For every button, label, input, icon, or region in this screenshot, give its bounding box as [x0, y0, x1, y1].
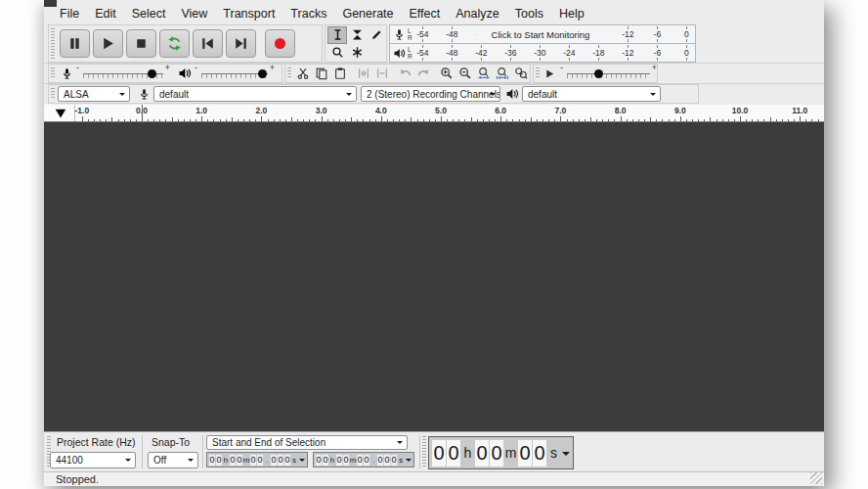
- ibeam-icon: [331, 28, 344, 41]
- channel-labels: LR: [408, 27, 412, 41]
- stop-button[interactable]: [126, 29, 156, 58]
- cut-button[interactable]: [295, 65, 313, 82]
- start-monitoring-label[interactable]: Click to Start Monitoring: [476, 26, 605, 42]
- play-button[interactable]: [93, 29, 123, 58]
- tools-toolbar: [325, 24, 387, 63]
- slider-max-label: +: [270, 63, 275, 72]
- selection-start-field[interactable]: 00h00m00.000s: [206, 452, 308, 467]
- zoom-toggle-button[interactable]: [512, 65, 530, 82]
- skip-to-end-icon: [233, 35, 249, 52]
- zoom-in-button[interactable]: [438, 65, 456, 82]
- meter-scale-value: -18: [592, 48, 604, 58]
- menu-item-analyze[interactable]: Analyze: [448, 7, 506, 21]
- envelope-tool-button[interactable]: [347, 26, 367, 44]
- meter-scale-value: -48: [446, 48, 457, 58]
- fit-selection-icon: [477, 67, 491, 80]
- menu-item-generate[interactable]: Generate: [334, 7, 401, 21]
- zoom-out-icon: [458, 67, 472, 80]
- time-digit: 0: [336, 455, 342, 466]
- pinned-playhead-button[interactable]: [47, 105, 75, 121]
- recording-volume-slider[interactable]: -+: [76, 65, 170, 82]
- toolbar-grip[interactable]: [51, 88, 55, 100]
- time-unit: .: [370, 455, 376, 466]
- time-format-dropdown-arrow[interactable]: [299, 459, 305, 465]
- silence-button: [373, 65, 391, 82]
- time-digit: 0: [216, 455, 222, 466]
- time-unit: .: [264, 455, 270, 466]
- timeline-label: 11.0: [792, 106, 807, 115]
- play-at-speed-button[interactable]: [543, 67, 556, 80]
- draw-tool-button[interactable]: [367, 26, 386, 44]
- time-format-dropdown-arrow[interactable]: [562, 452, 570, 460]
- play-speed-slider[interactable]: -+: [560, 65, 657, 82]
- selection-tool-button[interactable]: [327, 26, 347, 44]
- menu-item-tracks[interactable]: Tracks: [282, 7, 334, 21]
- selection-end-field[interactable]: 00h00m00.000s: [313, 452, 414, 467]
- project-rate-select[interactable]: 44100: [50, 452, 136, 468]
- menu-bar: FileEditSelectViewTransportTracksGenerat…: [52, 4, 824, 22]
- time-digit: 0: [432, 440, 446, 467]
- selection-mode-select[interactable]: Start and End of Selection: [206, 435, 408, 450]
- time-format-dropdown-arrow[interactable]: [406, 459, 412, 465]
- window-resize-grip[interactable]: [810, 472, 822, 484]
- paste-button[interactable]: [331, 65, 349, 82]
- redo-icon: [416, 67, 430, 80]
- menu-item-file[interactable]: File: [52, 7, 87, 21]
- slider-min-label: -: [76, 63, 79, 72]
- slider-thumb[interactable]: [594, 69, 603, 78]
- zoom-tool-button[interactable]: [327, 44, 347, 62]
- multi-tool-button[interactable]: [347, 44, 367, 62]
- time-digit: 0: [250, 455, 256, 466]
- menu-item-effect[interactable]: Effect: [402, 7, 449, 21]
- menu-item-view[interactable]: View: [173, 7, 215, 21]
- track-area[interactable]: [44, 122, 824, 431]
- meter-toolbars: LR-54-48-42-36-30-24-18-12-60Click to St…: [389, 24, 696, 63]
- audio-host-select[interactable]: ALSA: [58, 86, 130, 102]
- mic-icon: [138, 88, 151, 101]
- transport-toolbar: [48, 24, 323, 63]
- menu-item-select[interactable]: Select: [124, 7, 174, 21]
- recording-meter[interactable]: LR-54-48-42-36-30-24-18-12-60Click to St…: [389, 24, 696, 44]
- zoom-out-button[interactable]: [456, 65, 474, 82]
- meter-scale-value: -30: [534, 48, 545, 58]
- snap-to-label: Snap-To: [152, 436, 190, 448]
- recording-device-select[interactable]: default: [153, 86, 357, 102]
- time-digit: 0: [271, 455, 277, 466]
- toolbar-grip[interactable]: [422, 436, 426, 467]
- speaker-icon: [504, 87, 520, 101]
- record-button[interactable]: [265, 29, 295, 58]
- project-rate-value: 44100: [56, 455, 83, 466]
- skip-to-end-button[interactable]: [226, 29, 256, 58]
- timeline-label: 7.0: [554, 106, 566, 115]
- pause-button[interactable]: [60, 29, 90, 58]
- record-icon: [272, 35, 288, 52]
- recording-channels-select[interactable]: 2 (Stereo) Recording Channels: [361, 86, 500, 102]
- timeline-ruler[interactable]: -1.00.01.02.03.04.05.06.07.08.09.010.011…: [76, 105, 823, 121]
- playback-volume-slider[interactable]: -+: [195, 65, 275, 82]
- slider-thumb[interactable]: [258, 69, 267, 78]
- fit-selection-button[interactable]: [475, 65, 493, 82]
- skip-to-start-icon: [199, 35, 216, 52]
- speaker-icon: [393, 47, 406, 60]
- meter-scale-value: 0: [684, 29, 689, 39]
- paste-icon: [333, 67, 347, 80]
- menu-item-help[interactable]: Help: [551, 7, 592, 21]
- time-digit: 0: [237, 455, 242, 466]
- menu-item-transport[interactable]: Transport: [215, 7, 282, 21]
- magnifier-icon: [331, 46, 344, 59]
- meter-scale-value: -12: [622, 29, 633, 39]
- menu-item-edit[interactable]: Edit: [87, 7, 124, 21]
- skip-to-start-button[interactable]: [193, 29, 223, 58]
- snap-to-select[interactable]: Off: [148, 452, 198, 468]
- asterisk-icon: [351, 46, 364, 59]
- slider-thumb[interactable]: [148, 69, 156, 78]
- fit-project-button[interactable]: [494, 65, 511, 82]
- playback-device-select[interactable]: default: [522, 86, 661, 102]
- loop-button[interactable]: [159, 29, 190, 58]
- audio-position-display[interactable]: 00h00m00s: [428, 436, 574, 469]
- playback-meter[interactable]: LR-54-48-42-36-30-24-18-12-60: [389, 43, 696, 63]
- audacity-window: FileEditSelectViewTransportTracksGenerat…: [44, 0, 824, 486]
- menu-item-tools[interactable]: Tools: [507, 7, 551, 21]
- time-unit: s: [291, 455, 297, 466]
- copy-button[interactable]: [313, 65, 330, 82]
